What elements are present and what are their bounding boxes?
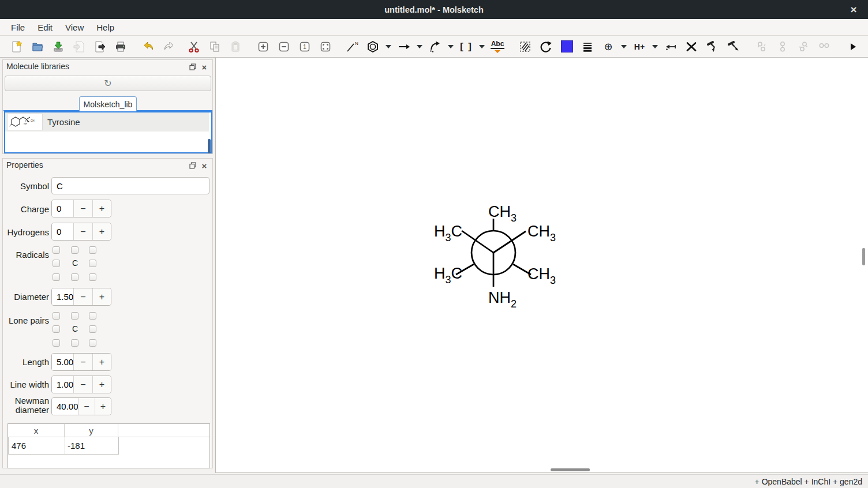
delete-tool-button[interactable] bbox=[681, 37, 702, 57]
panel-float-icon[interactable] bbox=[188, 62, 197, 72]
radical-checkbox[interactable] bbox=[53, 246, 60, 254]
export-button[interactable] bbox=[89, 37, 110, 57]
library-scrollbar-thumb[interactable] bbox=[208, 139, 211, 153]
cut-button[interactable] bbox=[184, 37, 204, 57]
length-value[interactable]: 5.00 bbox=[52, 354, 73, 370]
titlebar: untitled.mol* - Molsketch × bbox=[0, 0, 868, 19]
canvas-vertical-scrollbar-thumb[interactable] bbox=[862, 248, 865, 265]
radical-checkbox[interactable] bbox=[89, 273, 96, 281]
open-file-button[interactable] bbox=[27, 37, 48, 57]
line-width-plus-button[interactable]: + bbox=[92, 376, 111, 393]
hydrogens-plus-button[interactable]: + bbox=[92, 223, 111, 240]
newman-diameter-value[interactable]: 40.00 bbox=[52, 398, 78, 415]
diameter-minus-button[interactable]: − bbox=[73, 288, 92, 305]
bracket-tool-button[interactable]: [ ] bbox=[456, 37, 477, 57]
lone-pair-checkbox[interactable] bbox=[89, 312, 96, 320]
lone-pair-checkbox[interactable] bbox=[53, 339, 60, 347]
newman-diameter-minus-button[interactable]: − bbox=[78, 398, 95, 415]
color-picker-button[interactable] bbox=[556, 37, 577, 57]
reaction-arrow-dropdown[interactable] bbox=[414, 37, 425, 57]
copy-button[interactable] bbox=[204, 37, 225, 57]
cell-y-value[interactable]: -181 bbox=[65, 437, 119, 455]
radical-checkbox[interactable] bbox=[53, 260, 60, 267]
lone-pair-checkbox[interactable] bbox=[71, 339, 78, 347]
mechanics-tool-2-button[interactable] bbox=[723, 37, 743, 57]
lone-pair-checkbox[interactable] bbox=[89, 325, 96, 333]
library-refresh-button[interactable]: ↻ bbox=[5, 76, 211, 91]
charge-plus-button[interactable]: + bbox=[92, 200, 111, 217]
list-item-tyrosine[interactable]: CHNH Tyrosine bbox=[5, 112, 209, 132]
lasso-select-button[interactable] bbox=[515, 37, 536, 57]
print-button[interactable] bbox=[110, 37, 131, 57]
zoom-out-button[interactable] bbox=[274, 37, 294, 57]
redo-button[interactable] bbox=[159, 37, 179, 57]
mechanism-arrow-dropdown[interactable] bbox=[446, 37, 456, 57]
menu-file[interactable]: File bbox=[5, 19, 31, 36]
menu-edit[interactable]: Edit bbox=[31, 19, 59, 36]
conformer-tool-2-button[interactable] bbox=[772, 37, 793, 57]
hydrogens-minus-button[interactable]: − bbox=[73, 223, 92, 240]
symbol-input[interactable] bbox=[51, 177, 209, 194]
hydrogen-tool-button[interactable]: H+ bbox=[629, 37, 650, 57]
draw-tool-button[interactable]: N bbox=[342, 37, 362, 57]
new-file-button[interactable] bbox=[6, 37, 27, 57]
diameter-plus-button[interactable]: + bbox=[92, 288, 111, 305]
panel-close-icon[interactable]: × bbox=[200, 161, 209, 170]
tab-molsketch-lib[interactable]: Molsketch_lib bbox=[79, 96, 137, 111]
bracket-tool-dropdown[interactable] bbox=[477, 37, 487, 57]
ring-tool-button[interactable] bbox=[362, 37, 383, 57]
import-button[interactable] bbox=[69, 37, 89, 57]
zoom-fit-button[interactable] bbox=[315, 37, 336, 57]
paste-button[interactable] bbox=[225, 37, 246, 57]
charge-tool-dropdown[interactable] bbox=[619, 37, 629, 57]
panel-float-icon[interactable] bbox=[188, 161, 197, 170]
menu-help[interactable]: Help bbox=[90, 19, 121, 36]
radical-checkbox[interactable] bbox=[71, 273, 78, 281]
mechanics-tool-1-button[interactable] bbox=[702, 37, 723, 57]
line-width-minus-button[interactable]: − bbox=[73, 376, 92, 393]
lone-pair-checkbox[interactable] bbox=[53, 325, 60, 333]
length-plus-button[interactable]: + bbox=[92, 354, 111, 370]
panel-close-icon[interactable]: × bbox=[200, 62, 209, 72]
col-header-x[interactable]: x bbox=[8, 424, 65, 437]
zoom-original-button[interactable]: 1 bbox=[294, 37, 315, 57]
toolbar-extension-button[interactable] bbox=[843, 37, 863, 57]
drawing-canvas[interactable]: CH3 H3C CH3 H3C CH3 NH2 bbox=[215, 58, 868, 473]
pull-arrow-icon bbox=[664, 40, 677, 53]
charge-value[interactable]: 0 bbox=[52, 200, 73, 217]
canvas-horizontal-scrollbar-thumb[interactable] bbox=[551, 468, 590, 471]
diameter-value[interactable]: 1.50 bbox=[52, 288, 73, 305]
conformer-tool-4-button[interactable] bbox=[814, 37, 835, 57]
text-tool-button[interactable]: Abc bbox=[487, 37, 508, 57]
save-button[interactable] bbox=[48, 37, 69, 57]
hydrogens-value[interactable]: 0 bbox=[52, 223, 73, 240]
hydrogen-tool-dropdown[interactable] bbox=[650, 37, 660, 57]
connect-tool-button[interactable] bbox=[660, 37, 681, 57]
menu-view[interactable]: View bbox=[59, 19, 90, 36]
ring-tool-dropdown[interactable] bbox=[383, 37, 394, 57]
charge-minus-button[interactable]: − bbox=[73, 200, 92, 217]
conformer-tool-3-button[interactable] bbox=[793, 37, 814, 57]
cell-x-value[interactable]: 476 bbox=[8, 437, 65, 455]
undo-button[interactable] bbox=[138, 37, 159, 57]
col-header-y[interactable]: y bbox=[65, 424, 118, 437]
length-minus-button[interactable]: − bbox=[73, 354, 92, 370]
mechanism-arrow-button[interactable] bbox=[425, 37, 446, 57]
charge-tool-button[interactable]: ⊕ bbox=[598, 37, 619, 57]
conformer-tool-1-button[interactable] bbox=[751, 37, 772, 57]
library-list[interactable]: CHNH Tyrosine bbox=[4, 111, 212, 153]
lone-pair-checkbox[interactable] bbox=[71, 312, 78, 320]
rotate-tool-button[interactable] bbox=[536, 37, 556, 57]
line-width-value[interactable]: 1.00 bbox=[52, 376, 73, 393]
reaction-arrow-button[interactable] bbox=[394, 37, 414, 57]
window-close-icon[interactable]: × bbox=[845, 0, 862, 19]
radical-checkbox[interactable] bbox=[71, 246, 78, 254]
radical-checkbox[interactable] bbox=[89, 246, 96, 254]
lone-pair-checkbox[interactable] bbox=[89, 339, 96, 347]
radical-checkbox[interactable] bbox=[89, 260, 96, 267]
newman-diameter-plus-button[interactable]: + bbox=[95, 398, 111, 415]
radical-checkbox[interactable] bbox=[53, 273, 60, 281]
lone-pair-checkbox[interactable] bbox=[53, 312, 60, 320]
zoom-in-button[interactable] bbox=[253, 37, 274, 57]
line-width-button[interactable] bbox=[577, 37, 598, 57]
